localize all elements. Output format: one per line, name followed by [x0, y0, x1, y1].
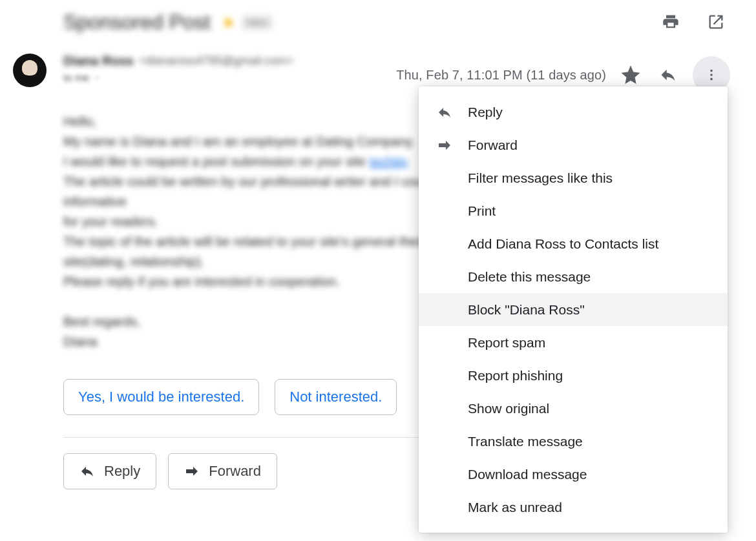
menu-item-10[interactable]: Translate message — [419, 425, 728, 458]
menu-item-label: Delete this message — [468, 269, 591, 285]
menu-item-label: Report spam — [468, 335, 545, 351]
svg-point-1 — [710, 74, 713, 76]
more-actions-menu: ReplyForwardFilter messages like thisPri… — [419, 87, 728, 533]
menu-item-label: Block "Diana Ross" — [468, 302, 585, 318]
category-label: Inbox — [247, 17, 268, 27]
menu-item-7[interactable]: Report spam — [419, 326, 728, 359]
menu-item-4[interactable]: Add Diana Ross to Contacts list — [419, 227, 728, 260]
menu-item-0[interactable]: Reply — [419, 96, 728, 128]
svg-point-2 — [710, 78, 713, 81]
forward-label: Forward — [209, 463, 261, 480]
smart-reply-1[interactable]: Yes, I would be interested. — [63, 379, 259, 415]
category-chip[interactable]: Inbox — [242, 15, 273, 30]
reply-button[interactable]: Reply — [63, 453, 156, 489]
subject-text: Sponsored Post — [63, 10, 211, 34]
menu-item-12[interactable]: Mark as unread — [419, 491, 728, 524]
reply-icon — [437, 105, 452, 120]
menu-item-label: Translate message — [468, 434, 583, 449]
menu-item-label: Show original — [468, 401, 549, 416]
timestamp: Thu, Feb 7, 11:01 PM (11 days ago) — [396, 68, 606, 83]
menu-item-label: Reply — [468, 105, 503, 120]
menu-item-label: Download message — [468, 467, 587, 482]
reply-icon[interactable] — [655, 62, 681, 88]
menu-item-label: Forward — [468, 138, 518, 153]
menu-item-label: Add Diana Ross to Contacts list — [468, 236, 658, 252]
menu-item-11[interactable]: Download message — [419, 458, 728, 491]
subject-row: Sponsored Post Inbox — [13, 6, 730, 46]
forward-icon — [437, 138, 452, 153]
menu-item-label: Mark as unread — [468, 500, 562, 515]
avatar — [13, 54, 47, 87]
more-vert-icon — [704, 68, 719, 82]
menu-item-2[interactable]: Filter messages like this — [419, 161, 728, 194]
forward-button[interactable]: Forward — [168, 453, 277, 489]
menu-item-5[interactable]: Delete this message — [419, 260, 728, 293]
menu-item-label: Filter messages like this — [468, 170, 613, 186]
reply-label: Reply — [104, 463, 140, 480]
smart-reply-2[interactable]: Not interested. — [275, 379, 397, 415]
sender-email: <dianaross4795@gmail.com> — [139, 54, 293, 68]
menu-item-1[interactable]: Forward — [419, 128, 728, 161]
sender-name: Diana Ross — [63, 54, 134, 68]
svg-point-0 — [710, 70, 713, 72]
menu-item-9[interactable]: Show original — [419, 392, 728, 425]
menu-item-8[interactable]: Report phishing — [419, 359, 728, 392]
reply-arrow-icon — [79, 464, 95, 479]
importance-icon — [222, 16, 235, 29]
menu-item-label: Print — [468, 203, 496, 219]
menu-item-3[interactable]: Print — [419, 194, 728, 227]
chevron-down-icon[interactable] — [93, 74, 101, 82]
menu-item-label: Report phishing — [468, 368, 563, 383]
recipient-text: to me — [63, 72, 89, 84]
star-icon[interactable] — [618, 62, 644, 88]
forward-arrow-icon — [184, 464, 200, 479]
divider — [63, 437, 425, 438]
menu-item-6[interactable]: Block "Diana Ross" — [419, 293, 728, 326]
